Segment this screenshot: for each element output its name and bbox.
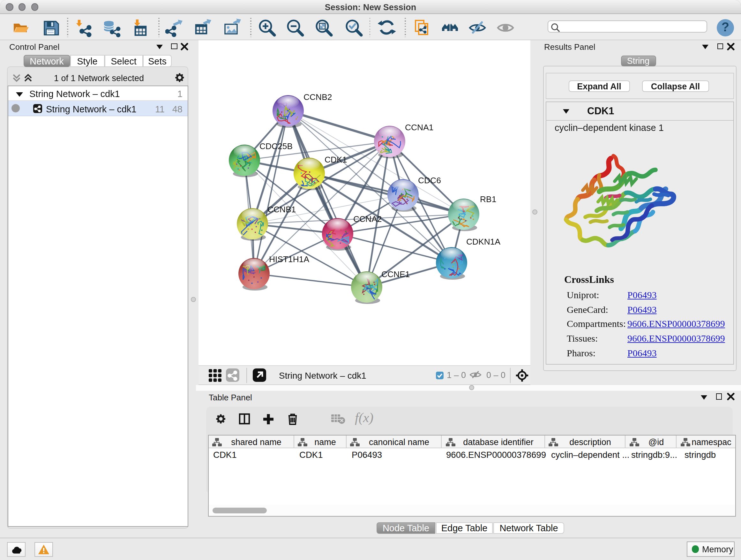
svg-text:HIST1H1A: HIST1H1A [269, 254, 310, 264]
svg-text:CDKN1A: CDKN1A [466, 237, 500, 246]
svg-text:RB1: RB1 [480, 194, 496, 204]
svg-text:CDC25B: CDC25B [259, 141, 293, 151]
svg-text:CCNE1: CCNE1 [381, 269, 410, 279]
svg-text:CCNB1: CCNB1 [267, 205, 296, 214]
svg-text:CCNA2: CCNA2 [353, 214, 382, 224]
svg-text:CCNA1: CCNA1 [405, 123, 433, 132]
svg-text:CDK1: CDK1 [325, 155, 347, 165]
svg-text:CCNB2: CCNB2 [304, 92, 332, 102]
svg-text:CDC6: CDC6 [418, 176, 441, 185]
